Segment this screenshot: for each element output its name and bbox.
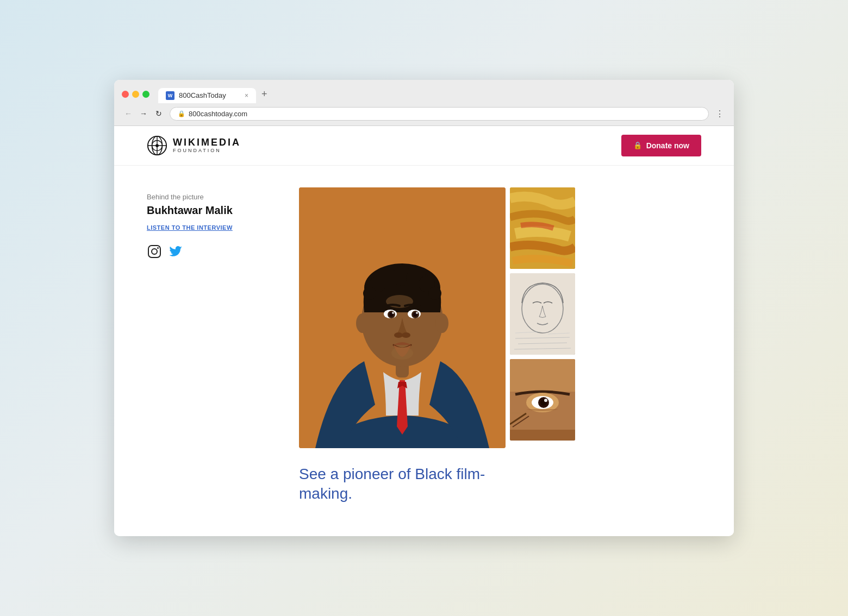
browser-menu-button[interactable]: ⋮ bbox=[713, 106, 726, 121]
thumbnail-3 bbox=[510, 359, 575, 441]
svg-point-29 bbox=[416, 312, 418, 314]
tab-title: 800CashToday bbox=[179, 91, 226, 99]
donate-button[interactable]: 🔒 Donate now bbox=[621, 135, 701, 156]
wikimedia-logo-icon bbox=[147, 135, 167, 156]
thumbnail-stack bbox=[510, 187, 575, 441]
behind-label: Behind the picture bbox=[147, 193, 299, 201]
maximize-window-button[interactable] bbox=[142, 91, 149, 98]
sidebar-info: Behind the picture Bukhtawar Malik LISTE… bbox=[147, 187, 299, 504]
active-tab[interactable]: W 800CashToday × bbox=[158, 88, 256, 103]
svg-point-7 bbox=[152, 249, 157, 254]
svg-point-28 bbox=[392, 312, 394, 314]
svg-point-30 bbox=[394, 332, 403, 338]
minimize-window-button[interactable] bbox=[132, 91, 139, 98]
logo-area: WIKIMEDIA FOUNDATION bbox=[147, 135, 241, 156]
instagram-icon[interactable] bbox=[147, 244, 162, 259]
caption-text: See a pioneer of Black film-making. bbox=[299, 464, 506, 504]
svg-point-19 bbox=[363, 287, 376, 300]
logo-main-text: WIKIMEDIA bbox=[173, 137, 241, 148]
svg-rect-6 bbox=[148, 246, 160, 257]
browser-chrome: W 800CashToday × + ← → ↻ 🔒 800cashtoday.… bbox=[114, 80, 734, 126]
close-window-button[interactable] bbox=[122, 91, 129, 98]
svg-point-49 bbox=[544, 399, 547, 402]
social-icons bbox=[147, 244, 299, 259]
page-content: WIKIMEDIA FOUNDATION 🔒 Donate now Behind… bbox=[114, 126, 734, 537]
images-row bbox=[299, 187, 701, 448]
tab-favicon-icon: W bbox=[166, 91, 174, 100]
twitter-icon[interactable] bbox=[169, 244, 184, 259]
new-tab-button[interactable]: + bbox=[256, 85, 273, 103]
main-image-section: See a pioneer of Black film-making. bbox=[299, 187, 701, 504]
artist-name: Bukhtawar Malik bbox=[147, 204, 299, 217]
back-button[interactable]: ← bbox=[122, 107, 135, 120]
tab-bar: W 800CashToday × + bbox=[158, 85, 726, 103]
thumbnail-1 bbox=[510, 187, 575, 269]
security-lock-icon: 🔒 bbox=[178, 110, 185, 117]
main-portrait-image bbox=[299, 187, 506, 448]
svg-point-8 bbox=[157, 247, 159, 249]
url-text: 800cashtoday.com bbox=[189, 110, 247, 118]
url-bar[interactable]: 🔒 800cashtoday.com bbox=[170, 107, 709, 121]
reload-button[interactable]: ↻ bbox=[152, 107, 165, 120]
listen-link[interactable]: LISTEN TO THE INTERVIEW bbox=[147, 224, 233, 231]
nav-buttons: ← → ↻ bbox=[122, 107, 165, 120]
thumbnail-2 bbox=[510, 273, 575, 355]
tab-close-button[interactable]: × bbox=[245, 92, 248, 99]
title-bar: W 800CashToday × + bbox=[114, 80, 734, 103]
svg-rect-36 bbox=[510, 273, 575, 355]
svg-point-34 bbox=[391, 347, 413, 360]
address-bar: ← → ↻ 🔒 800cashtoday.com ⋮ bbox=[114, 103, 734, 125]
svg-rect-44 bbox=[510, 359, 575, 392]
svg-point-32 bbox=[356, 313, 369, 333]
svg-point-33 bbox=[435, 313, 448, 333]
traffic-lights bbox=[122, 91, 149, 98]
forward-button[interactable]: → bbox=[137, 107, 150, 120]
logo-text: WIKIMEDIA FOUNDATION bbox=[173, 137, 241, 154]
donate-lock-icon: 🔒 bbox=[633, 141, 642, 149]
site-header: WIKIMEDIA FOUNDATION 🔒 Donate now bbox=[114, 126, 734, 166]
donate-label: Donate now bbox=[646, 141, 689, 150]
svg-point-31 bbox=[402, 332, 410, 338]
main-layout: Behind the picture Bukhtawar Malik LISTE… bbox=[114, 166, 734, 537]
logo-sub-text: FOUNDATION bbox=[173, 148, 241, 154]
browser-window: W 800CashToday × + ← → ↻ 🔒 800cashtoday.… bbox=[114, 80, 734, 537]
svg-point-20 bbox=[428, 287, 441, 300]
svg-rect-52 bbox=[510, 430, 575, 441]
